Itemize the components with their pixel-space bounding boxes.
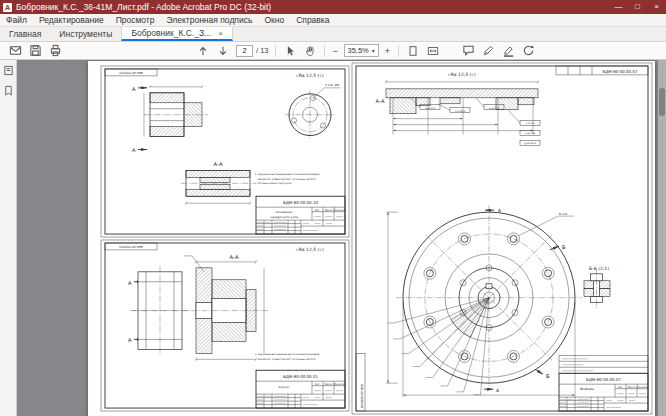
comment-button[interactable] (459, 43, 479, 58)
navigation-rail (0, 60, 17, 416)
rotate-button[interactable] (519, 43, 539, 58)
svg-text:◎ ⌀0,05 А: ◎ ⌀0,05 А (524, 142, 536, 145)
tab-document[interactable]: Бобровник_К.С._З... × (121, 27, 232, 41)
toolbar-separator (324, 45, 325, 57)
document-viewer[interactable]: Лит. Масса Масштаб (0, 60, 666, 416)
menu-edit[interactable]: Редактирование (33, 15, 110, 25)
drawing-housing-part: Н00000-ОР-НЕВ √Ra 12,5 (√) А-А А А (101, 240, 349, 411)
menu-file[interactable]: Файл (0, 15, 33, 25)
menu-help[interactable]: Справка (290, 15, 335, 25)
tab-home[interactable]: Главная (0, 27, 50, 41)
arrow-down-icon (217, 45, 229, 57)
d2-section-label: А-А (230, 254, 239, 260)
pen-icon (482, 44, 495, 57)
zoom-level-value: 35,5% (348, 46, 369, 55)
d2-view-mark-top: А (128, 280, 132, 286)
d1-roughness: √Ra 12,5 (√) (296, 73, 324, 78)
zoom-level-dropdown[interactable]: 35,5% ▾ (344, 44, 379, 57)
scrollbar-thumb[interactable] (659, 88, 665, 116)
d1-note-2: валов h14, отверстий H14, остальных ±IT1… (258, 178, 317, 181)
chevron-down-icon: ▾ (372, 47, 375, 54)
toolbar-center-group: 2 / 13 − 35,5% ▾ + (193, 43, 443, 58)
engineering-drawing-canvas: Лит. Масса Масштаб (88, 61, 655, 416)
floppy-icon (29, 44, 42, 57)
vertical-scrollbar[interactable] (658, 60, 666, 416)
zoom-in-button[interactable]: + (381, 46, 394, 56)
menu-view[interactable]: Просмотр (110, 15, 161, 25)
d2-view-mark-bottom: А (128, 337, 132, 343)
d3-corner-designation: БДМ-60-00.00.07 (603, 69, 638, 74)
d2-part-name: Корпус (279, 385, 290, 389)
d3-section-label: А-А (376, 98, 385, 104)
d1-note-1: 1. Неуказанные предельные отклонения раз… (255, 173, 320, 176)
bookmark-icon (3, 85, 14, 96)
svg-text:⊥ 0,05 А: ⊥ 0,05 А (455, 110, 466, 113)
d2-note-2: валов h14, отверстий H14, остальных ±IT1… (258, 358, 317, 361)
d3-designation: БДМ-60-00.00.07 (586, 377, 621, 382)
d2-note-1: 1. Неуказанные предельные отклонения раз… (255, 353, 320, 356)
d1-note-3: 2. Острые кромки притупить. (255, 182, 292, 185)
d3-detail-label: Б-Б (2:1) (589, 266, 609, 271)
thumbnails-panel-button[interactable] (2, 64, 15, 77)
tab-bar: Главная Инструменты Бобровник_К.С._З... … (0, 27, 666, 42)
pdf-page[interactable]: Лит. Масса Масштаб (88, 61, 655, 416)
minimize-button[interactable]: — (609, 0, 628, 14)
menu-esign[interactable]: Электронная подпись (161, 15, 259, 25)
d2-cipher: Н00000-ОР-НЕВ (119, 245, 142, 249)
drawing-flange: БДМ-60-00.00.07 √Ra 12,5 (√) А-А (352, 63, 652, 414)
page-up-button[interactable] (193, 43, 213, 58)
highlighter-icon (502, 44, 515, 57)
envelope-icon (9, 44, 22, 57)
svg-text:⌖ ⌀0,2 А: ⌖ ⌀0,2 А (489, 107, 499, 110)
fit-width-icon (427, 45, 439, 57)
d2-designation: БДМ-60-00.00.01 (283, 374, 318, 379)
bookmarks-panel-button[interactable] (2, 84, 15, 97)
d2-roughness: √Ra 12,5 (√) (296, 247, 324, 252)
page-number-input[interactable]: 2 (236, 45, 253, 57)
drawing-base-part: ОС0000-ОР-НЕВ √Ra 12,5 (√) А А (101, 66, 349, 237)
print-button[interactable] (45, 43, 65, 58)
hand-tool-button[interactable] (300, 43, 320, 58)
page-total-label: / 13 (256, 46, 269, 55)
d3-cut-mark-top: А (498, 208, 502, 213)
select-tool-button[interactable] (280, 43, 300, 58)
d3-roughness: √Ra 12,5 (√) (448, 72, 476, 77)
d1-view-mark-bottom: А (132, 147, 136, 153)
close-button[interactable]: × (647, 0, 666, 14)
printer-icon (49, 44, 62, 57)
page-down-button[interactable] (213, 43, 233, 58)
svg-text:⌖ ⌀0,1 А: ⌖ ⌀0,1 А (425, 107, 435, 110)
rotate-icon (522, 44, 535, 57)
email-button[interactable] (5, 43, 25, 58)
d1-view-mark-top: А (132, 86, 136, 92)
menu-bar: Файл Редактирование Просмотр Электронная… (0, 14, 666, 27)
main-toolbar: 2 / 13 − 35,5% ▾ + (0, 42, 666, 60)
d3-holes-note: 8 отв. (559, 212, 568, 216)
svg-text:⌖ ⌀0,1 Б: ⌖ ⌀0,1 Б (525, 132, 535, 135)
d1-section-label: А-А (214, 161, 223, 167)
tab-close-icon[interactable]: × (218, 29, 223, 38)
hand-icon (304, 45, 316, 57)
tab-document-label: Бобровник_К.С._З... (131, 28, 211, 38)
zoom-out-button[interactable]: − (329, 46, 342, 56)
d1-designation: БДМ-60-00.00.10 (283, 200, 318, 205)
d3-cipher: ДО0000-ОР-НЕВ (360, 384, 364, 408)
fit-page-button[interactable] (403, 43, 423, 58)
maximize-button[interactable]: □ (628, 0, 647, 14)
d3-part-name: Фланец (580, 387, 594, 391)
d1-leader-note: 3 отв. М8 (325, 83, 339, 87)
d3-cut-mark-bottom: А (496, 388, 500, 393)
page-thumbnails-icon (3, 65, 14, 76)
tab-tools[interactable]: Инструменты (50, 27, 121, 41)
highlight-button[interactable] (499, 43, 519, 58)
d1-cipher: ОС0000-ОР-НЕВ (119, 71, 143, 75)
menu-window[interactable]: Окно (258, 15, 290, 25)
sign-button[interactable] (479, 43, 499, 58)
save-button[interactable] (25, 43, 45, 58)
fit-width-button[interactable] (423, 43, 443, 58)
d1-part-name-line2: наладочного узла (270, 215, 298, 219)
d3-view-mark-b-top: Б (562, 244, 566, 250)
arrow-up-icon (197, 45, 209, 57)
d3-view-mark-b-bottom: Б (546, 373, 550, 379)
toolbar-separator (275, 45, 276, 57)
